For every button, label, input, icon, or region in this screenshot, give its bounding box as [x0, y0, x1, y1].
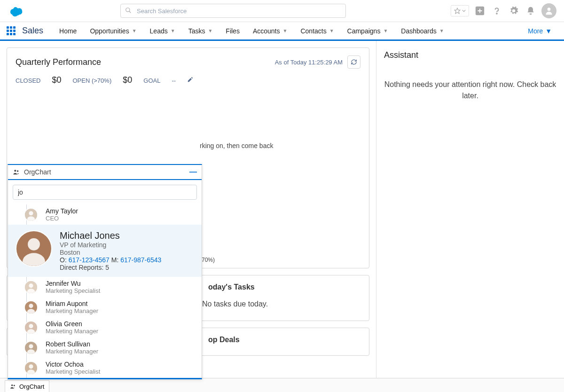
global-search: [120, 4, 346, 18]
tab-tasks[interactable]: Tasks▼: [182, 22, 219, 40]
orgchart-person-row[interactable]: Amy Taylor CEO: [8, 204, 202, 225]
tab-leads[interactable]: Leads▼: [143, 22, 182, 40]
orgchart-title: OrgChart: [24, 168, 51, 176]
perf-hint-text: rking on, then come back: [200, 142, 273, 149]
chevron-down-icon: ▼: [545, 27, 552, 35]
tab-campaigns[interactable]: Campaigns▼: [341, 22, 395, 40]
svg-point-18: [29, 304, 33, 308]
person-role: Marketing Manager: [46, 307, 98, 314]
dock-tab-orgchart[interactable]: OrgChart: [5, 380, 49, 392]
orgchart-person-row[interactable]: Michael Jones VP of Marketing Boston O: …: [8, 225, 202, 277]
orgchart-search: [8, 180, 202, 204]
orgchart-person-row[interactable]: Robert Sullivan Marketing Manager: [8, 337, 202, 358]
office-phone-link[interactable]: 617-123-4567: [69, 256, 110, 264]
bottom-dock: OrgChart: [0, 378, 564, 392]
person-name: Victor Ochoa: [46, 361, 100, 368]
person-name: Olivia Green: [46, 320, 98, 328]
tab-opportunities[interactable]: Opportunities▼: [83, 22, 143, 40]
svg-point-6: [14, 170, 16, 172]
assistant-panel: Assistant Nothing needs your attention r…: [376, 41, 564, 378]
person-name: Amy Taylor: [46, 207, 78, 215]
perf-as-of: As of Today 11:25:29 AM: [275, 55, 360, 69]
svg-point-9: [29, 211, 33, 215]
mobile-phone-link[interactable]: 617-987-6543: [120, 256, 161, 264]
person-avatar-icon: [24, 361, 38, 375]
orgchart-header: OrgChart —: [8, 165, 202, 180]
refresh-button[interactable]: [347, 55, 360, 69]
tab-home[interactable]: Home: [53, 22, 83, 41]
closed-value: $0: [52, 75, 61, 85]
app-launcher-icon[interactable]: [7, 26, 16, 35]
person-name: Jennifer Wu: [46, 280, 100, 287]
svg-point-5: [548, 8, 551, 11]
tab-contacts[interactable]: Contacts▼: [294, 22, 340, 40]
svg-point-7: [17, 170, 18, 172]
chevron-down-icon[interactable]: ▼: [208, 28, 212, 33]
svg-point-0: [126, 8, 130, 12]
help-icon[interactable]: [491, 5, 503, 17]
person-avatar-icon: [24, 300, 38, 314]
person-name: Miriam Aupont: [46, 300, 98, 307]
person-avatar-icon: [24, 208, 38, 222]
global-header: [0, 0, 564, 22]
minimize-icon[interactable]: —: [189, 168, 197, 176]
svg-point-15: [29, 283, 33, 288]
chevron-down-icon[interactable]: ▼: [329, 28, 334, 33]
perf-title: Quarterly Performance: [16, 57, 101, 67]
tab-more[interactable]: More ▼: [522, 27, 557, 35]
orgchart-search-input[interactable]: [13, 185, 197, 200]
search-icon: [125, 7, 132, 14]
orgchart-person-row[interactable]: Jennifer Wu Marketing Specialist: [8, 277, 202, 297]
svg-point-24: [29, 344, 33, 348]
chevron-down-icon[interactable]: ▼: [171, 28, 175, 33]
person-role: VP of Marketing: [60, 241, 161, 249]
person-avatar-icon: [16, 230, 52, 267]
add-button[interactable]: [474, 5, 486, 17]
svg-point-21: [29, 324, 33, 328]
edit-goal-icon[interactable]: [187, 76, 194, 83]
notifications-bell-icon[interactable]: [525, 5, 537, 17]
person-name: Robert Sullivan: [46, 340, 98, 348]
search-input[interactable]: [120, 4, 346, 18]
svg-marker-2: [454, 8, 460, 14]
tab-dashboards[interactable]: Dashboards▼: [394, 22, 450, 40]
chevron-down-icon[interactable]: ▼: [283, 28, 288, 33]
person-name: Michael Jones: [60, 230, 161, 241]
chevron-down-icon[interactable]: ▼: [439, 28, 444, 33]
chevron-down-icon[interactable]: ▼: [132, 28, 137, 33]
person-phones: O: 617-123-4567 M: 617-987-6543: [60, 256, 161, 264]
orgchart-person-row[interactable]: Olivia Green Marketing Manager: [8, 317, 202, 337]
setup-gear-icon[interactable]: [508, 5, 520, 17]
svg-point-30: [14, 385, 15, 386]
person-reports: Direct Reports: 5: [60, 264, 161, 271]
nav-bar: Sales Home Opportunities▼ Leads▼ Tasks▼ …: [0, 22, 564, 41]
assistant-title: Assistant: [384, 50, 556, 60]
svg-point-29: [11, 384, 13, 386]
person-location: Boston: [60, 249, 161, 256]
orgchart-person-row[interactable]: Victor Ochoa Marketing Specialist: [8, 358, 202, 378]
svg-line-1: [129, 11, 131, 13]
user-avatar-icon[interactable]: [541, 3, 556, 18]
svg-point-4: [496, 13, 497, 14]
person-role: Marketing Manager: [46, 328, 98, 335]
person-role: Marketing Manager: [46, 348, 98, 355]
chevron-down-icon[interactable]: ▼: [383, 28, 388, 33]
tab-files[interactable]: Files: [219, 22, 246, 40]
person-avatar-icon: [24, 321, 38, 335]
orgchart-results-list: Amy Taylor CEO Michael Jones VP of Marke…: [8, 204, 202, 378]
svg-point-12: [28, 238, 40, 251]
person-role: Marketing Specialist: [46, 368, 100, 375]
open-value: $0: [123, 75, 132, 85]
tab-accounts[interactable]: Accounts▼: [246, 22, 294, 40]
svg-point-27: [29, 364, 33, 368]
salesforce-logo-icon: [8, 4, 26, 17]
orgchart-person-row[interactable]: Miriam Aupont Marketing Manager: [8, 297, 202, 317]
app-name: Sales: [22, 26, 43, 36]
person-role: Marketing Specialist: [46, 287, 100, 294]
person-avatar-icon: [24, 280, 38, 294]
person-avatar-icon: [24, 341, 38, 355]
header-actions: [451, 3, 556, 18]
goal-value: --: [172, 77, 176, 84]
person-role: CEO: [46, 215, 78, 222]
favorites-button[interactable]: [451, 5, 469, 16]
